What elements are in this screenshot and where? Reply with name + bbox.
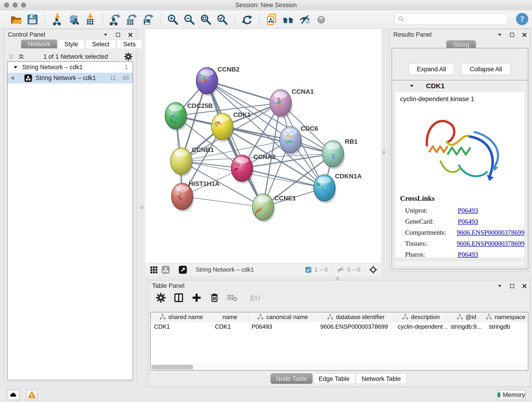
search-box[interactable] [394,13,507,24]
panel-close-icon[interactable] [127,32,133,38]
network-node-CDK1[interactable]: CDK1 [211,111,251,142]
panel-collapse-icon[interactable] [103,32,109,38]
crosslink-link[interactable]: P06493 [458,251,478,258]
tab-network[interactable]: Network [21,40,57,48]
zoom-fit-icon[interactable] [200,13,212,26]
hide-selected-icon[interactable] [298,13,311,26]
protein-header[interactable]: CDK1 [392,80,528,91]
panel-float-icon[interactable] [509,283,515,289]
protein-card-scrollbar[interactable] [395,261,525,267]
toolbar-separator [160,13,161,26]
table-cell[interactable]: stringdb [486,323,525,330]
detach-view-icon[interactable] [178,265,187,274]
cloud-button[interactable] [7,390,20,400]
zoom-selected-icon[interactable] [216,13,228,26]
collection-expand-icon[interactable] [12,64,19,71]
table-cell[interactable]: cyclin-dependent ... [394,323,447,330]
table-cell[interactable]: CDK1 [212,323,248,330]
help-button[interactable]: ? [515,12,529,26]
open-session-icon[interactable] [10,13,22,26]
collapse-all-networks-icon[interactable] [7,53,15,61]
tab-select[interactable]: Select [85,40,116,48]
clone-network-icon[interactable] [266,13,278,26]
toolbar-separator [45,13,45,26]
memory-button[interactable]: Memory [497,390,526,400]
network-node-CCNA2[interactable]: CCNA2 [231,153,275,184]
table-hscrollbar[interactable] [151,364,528,370]
left-splitter-handle[interactable] [140,206,143,209]
column-header-database-identifier[interactable]: database identifier [317,313,394,322]
save-session-icon[interactable] [26,13,39,26]
collapse-all-button[interactable]: Collapse All [461,64,511,75]
panel-close-icon[interactable] [521,32,527,38]
tab-sets[interactable]: Sets [117,40,142,48]
network-options-gear-icon[interactable] [124,52,133,61]
expand-all-button[interactable]: Expand All [409,64,454,75]
network-node-HIST1H1A[interactable]: HIST1H1A [171,180,220,212]
crosslink-link[interactable]: 9606.ENSP00000378699 [457,229,525,236]
column-header-shared-name[interactable]: shared name [151,313,212,322]
panel-collapse-icon[interactable] [497,32,503,38]
right-splitter-handle[interactable] [382,151,385,154]
expand-all-networks-icon[interactable] [17,53,25,61]
network-collection-row[interactable]: String Network – cdk1 1 [7,62,133,73]
network-node-CCNB1[interactable]: CCNB1 [171,146,214,177]
tab-edge-table[interactable]: Edge Table [313,373,355,384]
graphics-details-icon[interactable] [282,13,294,26]
table-row[interactable]: CDK1CDK1P064939606.ENSP00000378699cyclin… [151,322,528,332]
zoom-out-icon[interactable] [183,13,196,26]
birds-eye-grid-icon[interactable] [149,265,158,274]
crosslink-link[interactable]: P06493 [458,218,478,225]
column-header-description[interactable]: description [394,313,447,322]
node-label-CCNE1: CCNE1 [274,195,296,202]
protein-collapse-icon[interactable] [409,83,415,89]
column-header-canonical-name[interactable]: canonical name [248,313,317,322]
search-input[interactable] [406,15,504,22]
string-badge-icon[interactable] [161,265,170,274]
delete-column-icon[interactable] [209,292,220,303]
table-options-gear-icon[interactable] [155,292,166,303]
network-node-RB1[interactable]: RB1 [322,138,358,169]
bottom-splitter-handle[interactable] [336,277,339,280]
zoom-in-icon[interactable] [167,13,179,26]
network-canvas[interactable]: CCNB2CCNA1CDC25BCDK1CDC6RB1CCNB1CCNA2CDK… [145,29,381,263]
panel-collapse-icon[interactable] [497,283,503,289]
export-table-icon[interactable] [125,13,138,26]
warnings-button[interactable] [26,390,38,400]
column-header-name[interactable]: name [212,313,248,322]
panel-float-icon[interactable] [509,32,515,38]
network-node-CDC25B[interactable]: CDC25B [165,102,213,131]
network-node-CCNB2[interactable]: CCNB2 [196,66,239,96]
show-all-icon[interactable] [315,13,327,26]
hidden-eye-icon[interactable] [336,265,345,274]
panel-close-icon[interactable] [521,283,527,289]
table-cell[interactable]: 9606.ENSP00000378699 [317,323,394,330]
add-column-icon[interactable] [191,292,202,303]
network-node-CCNE1[interactable]: CCNE1 [252,194,296,222]
table-cell[interactable]: stringdb:9... [447,323,486,330]
tab-node-table[interactable]: Node Table [271,373,312,384]
export-network-icon[interactable] [109,13,121,26]
panel-float-icon[interactable] [115,32,121,38]
network-row[interactable]: String Network – cdk1 11 48 [7,73,133,83]
refresh-layout-icon[interactable] [241,13,253,26]
network-node-CDC6[interactable]: CDC6 [280,125,318,155]
crosslink-link[interactable]: P06493 [458,207,478,214]
selected-checkbox-icon[interactable] [305,266,312,274]
tab-style[interactable]: Style [58,40,85,48]
network-graph[interactable]: CCNB2CCNA1CDC25BCDK1CDC6RB1CCNB1CCNA2CDK… [145,29,381,263]
crosslink-link[interactable]: 9606.ENSP00000378699 [457,240,525,247]
hscrollbar-thumb[interactable] [152,365,193,370]
tab-network-table[interactable]: Network Table [356,373,407,384]
table-cell[interactable]: CDK1 [151,323,212,330]
export-image-icon[interactable] [142,13,154,26]
fit-selected-crosshair-icon[interactable] [369,265,378,274]
import-table-icon[interactable] [84,13,96,26]
show-columns-icon[interactable] [173,292,184,303]
table-cell[interactable]: P06493 [248,323,317,330]
import-database-icon[interactable] [68,13,80,26]
import-network-icon[interactable] [51,13,63,26]
column-header-namespace[interactable]: namespace [486,313,525,322]
network-node-CDKN1A[interactable]: CDKN1A [314,172,362,203]
column-header--id[interactable]: @id [447,313,486,322]
